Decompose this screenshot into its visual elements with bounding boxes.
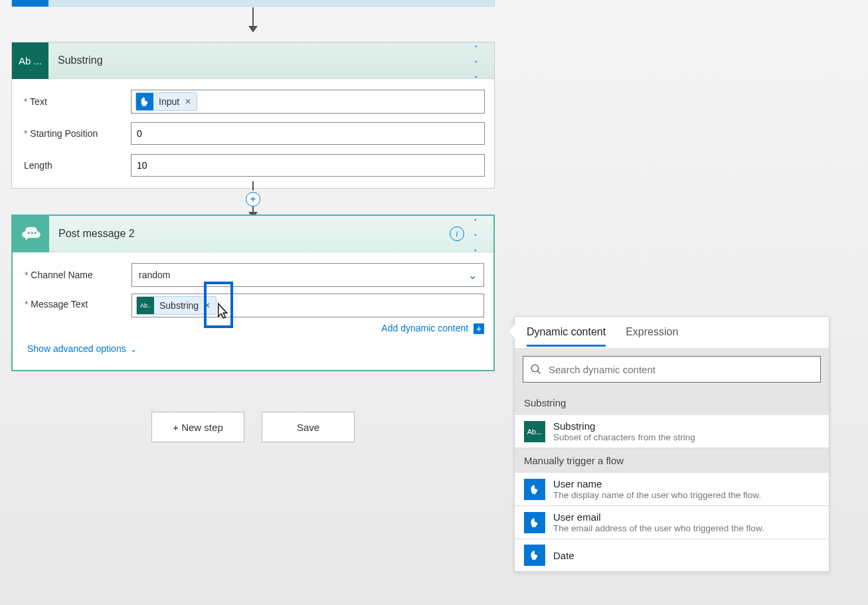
show-advanced-options-link[interactable]: Show advanced options⌄ (22, 334, 484, 358)
search-icon (530, 363, 542, 375)
length-label: Length (21, 160, 131, 171)
connector-arrow-icon (245, 7, 261, 33)
dc-item-name: Date (553, 550, 820, 561)
add-dynamic-content-link[interactable]: Add dynamic content (381, 323, 468, 333)
save-button[interactable]: Save (262, 412, 355, 442)
connector-with-add: + (245, 181, 261, 218)
dc-item-name: User email (553, 511, 820, 523)
starting-position-input[interactable] (131, 122, 485, 145)
length-input[interactable] (131, 154, 485, 177)
panel-pointer-icon (508, 325, 515, 338)
dc-item-date[interactable]: Date (515, 539, 829, 571)
dc-group-header: Substring (515, 390, 829, 415)
substring-more-menu[interactable]: · · · (474, 38, 494, 84)
length-value[interactable] (135, 157, 480, 173)
trigger-icon (12, 0, 48, 7)
text-field-input[interactable]: Input ✕ (131, 90, 485, 114)
tab-dynamic-content[interactable]: Dynamic content (527, 326, 606, 347)
new-step-button[interactable]: + New step (151, 412, 244, 442)
message-text-input[interactable]: Ab.. Substring ✕ (131, 294, 484, 317)
post-message-action-card: Post message 2 i · · · Channel Name rand… (11, 215, 495, 371)
search-dynamic-content-input[interactable] (523, 356, 821, 383)
message-text-label: Message Text (22, 294, 131, 309)
dc-item-desc: The email address of the user who trigge… (553, 523, 820, 533)
info-icon[interactable]: i (450, 226, 464, 241)
tap-icon (136, 93, 153, 110)
dc-item-desc: Subset of characters from the string (553, 432, 820, 442)
dynamic-content-list[interactable]: Substring Ab... Substring Subset of char… (515, 390, 829, 571)
svg-point-2 (27, 232, 29, 234)
trigger-card-collapsed[interactable] (11, 0, 495, 7)
dc-item-name: User name (553, 478, 820, 489)
dc-group-header: Manually trigger a flow (515, 448, 829, 473)
svg-line-6 (537, 371, 541, 374)
post-card-title: Post message 2 (49, 228, 450, 240)
dc-item-desc: The display name of the user who trigger… (553, 490, 820, 500)
tap-icon (524, 512, 545, 533)
tab-expression[interactable]: Expression (626, 326, 678, 347)
post-more-menu[interactable]: · · · (474, 211, 493, 257)
designer-footer-buttons: + New step Save (11, 412, 495, 442)
channel-name-value: random (139, 270, 170, 280)
substring-token-icon: Ab.. (137, 297, 154, 314)
slack-action-icon (13, 216, 49, 252)
input-token-remove[interactable]: ✕ (183, 97, 193, 106)
dynamic-content-panel: Dynamic content Expression Substring Ab.… (514, 316, 829, 572)
substring-token-remove[interactable]: ✕ (203, 301, 212, 310)
input-token[interactable]: Input ✕ (135, 92, 197, 111)
substring-action-icon: Ab ... (12, 43, 48, 79)
text-field-label: Text (21, 96, 131, 107)
substring-card-header[interactable]: Ab ... Substring · · · (12, 43, 494, 79)
substring-card-title: Substring (48, 54, 474, 66)
dc-item-substring[interactable]: Ab... Substring Subset of characters fro… (515, 415, 829, 448)
svg-point-5 (531, 365, 539, 372)
substring-token-label: Substring (154, 300, 203, 311)
channel-name-select[interactable]: random ⌄ (131, 263, 484, 287)
search-field[interactable] (542, 364, 814, 375)
add-step-inline-button[interactable]: + (246, 192, 260, 207)
add-dynamic-content-plus-icon[interactable]: + (474, 323, 484, 334)
tap-icon (524, 479, 545, 500)
tap-icon (524, 545, 545, 566)
channel-name-label: Channel Name (22, 270, 131, 280)
post-card-header[interactable]: Post message 2 i · · · (13, 216, 493, 252)
input-token-label: Input (153, 96, 183, 107)
svg-point-3 (31, 232, 33, 234)
dc-item-user-email[interactable]: User email The email address of the user… (515, 506, 829, 539)
chevron-down-icon: ⌄ (468, 269, 477, 282)
chevron-down-icon: ⌄ (130, 345, 137, 354)
substring-action-card: Ab ... Substring · · · Text Input ✕ (11, 42, 495, 189)
substring-item-icon: Ab... (524, 421, 545, 442)
svg-point-4 (34, 232, 36, 234)
starting-position-value[interactable] (135, 126, 480, 141)
dc-item-user-name[interactable]: User name The display name of the user w… (515, 473, 829, 506)
starting-position-label: Starting Position (21, 128, 131, 139)
dc-item-name: Substring (553, 420, 820, 432)
substring-token[interactable]: Ab.. Substring ✕ (136, 296, 217, 315)
